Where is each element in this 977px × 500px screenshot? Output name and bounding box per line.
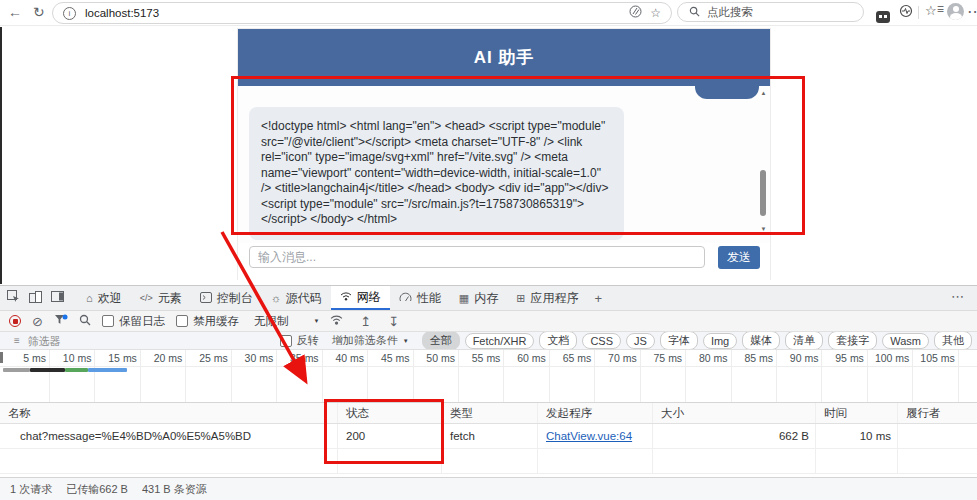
tab-performance[interactable]: 性能	[390, 286, 450, 310]
export-har-icon[interactable]: ↧	[388, 315, 399, 328]
dock-side-icon[interactable]	[51, 291, 64, 305]
message-input[interactable]	[249, 246, 705, 268]
wifi-icon	[340, 291, 352, 303]
request-time: 10 ms	[816, 424, 898, 448]
search-network-icon[interactable]	[79, 314, 91, 329]
clear-icon[interactable]: ⊘	[32, 315, 43, 328]
browser-essentials-icon[interactable]	[899, 4, 913, 22]
tab-welcome[interactable]: ⌂欢迎	[77, 286, 131, 310]
tab-console[interactable]: 控制台	[191, 286, 262, 310]
collections-icon[interactable]	[876, 4, 890, 23]
reload-icon[interactable]: ↻	[33, 2, 45, 22]
code-brackets-icon: </>	[140, 293, 153, 303]
initiator-link[interactable]: ChatView.vue:64	[546, 430, 632, 442]
column-header-type[interactable]: 类型	[442, 403, 538, 423]
scroll-up-icon[interactable]: ▲	[759, 88, 768, 98]
filter-pill-manifest[interactable]: 清单	[785, 332, 823, 350]
chat-input-row: 发送	[238, 243, 770, 281]
browser-menu-icon[interactable]: ⋯	[967, 2, 977, 21]
chat-scrollbar[interactable]: ▲ ▼	[759, 88, 768, 234]
favorites-hub-icon[interactable]: ☆☰	[925, 3, 944, 18]
profile-avatar[interactable]	[947, 3, 964, 20]
tab-memory[interactable]: ▦内存	[450, 286, 507, 310]
network-request-row[interactable]: chat?message=%E4%BD%A0%E5%A5%BD 200 fetc…	[0, 424, 977, 449]
filter-pill-media[interactable]: 媒体	[742, 332, 780, 350]
filter-pill-img[interactable]: Img	[703, 333, 737, 349]
request-fulfilled-by	[898, 424, 977, 448]
column-header-size[interactable]: 大小	[653, 403, 816, 423]
timeline-handle[interactable]	[0, 352, 3, 363]
filter-pill-other[interactable]: 其他	[934, 332, 972, 350]
favorite-star-icon[interactable]: ☆	[650, 6, 661, 20]
tab-application[interactable]: ⊞应用程序	[507, 286, 587, 310]
network-conditions-icon[interactable]	[330, 314, 343, 328]
request-name[interactable]: chat?message=%E4%BD%A0%E5%A5%BD	[0, 424, 338, 448]
import-har-icon[interactable]: ↥	[360, 315, 371, 328]
filter-pill-fetch-xhr[interactable]: Fetch/XHR	[465, 333, 535, 349]
inspect-element-icon[interactable]	[7, 290, 20, 306]
tick-label: 65 ms	[563, 352, 592, 364]
back-icon[interactable]: ←	[8, 2, 22, 22]
disable-cache-checkbox[interactable]	[176, 315, 188, 327]
filter-pill-js[interactable]: JS	[626, 333, 655, 349]
filter-pill-doc[interactable]: 文档	[539, 332, 577, 350]
address-bar[interactable]: i ☆	[52, 2, 672, 24]
preserve-log-checkbox[interactable]	[102, 315, 114, 327]
reading-mode-icon[interactable]	[629, 4, 642, 22]
url-input[interactable]	[83, 6, 629, 20]
page-title: AI 助手	[474, 46, 535, 69]
filter-funnel-icon[interactable]	[54, 314, 68, 329]
column-header-time[interactable]: 时间	[816, 403, 898, 423]
filter-pill-css[interactable]: CSS	[582, 333, 621, 349]
tick-label: 10 ms	[63, 352, 92, 364]
tick-label: 105 ms	[920, 352, 954, 364]
tab-elements[interactable]: </>元素	[131, 286, 191, 310]
filter-pill-socket[interactable]: 套接字	[828, 332, 877, 350]
transferred-size: 已传输662 B	[66, 482, 128, 497]
network-table-header: 名称 状态 类型 发起程序 大小 时间 履行者	[0, 403, 977, 424]
filter-input[interactable]	[26, 334, 280, 348]
request-size: 662 B	[653, 424, 816, 448]
assistant-message-bubble: <!doctype html> <html lang="en"> <head> …	[249, 107, 624, 240]
throttling-select[interactable]: 无限制	[254, 314, 289, 329]
scrollbar-thumb[interactable]	[760, 170, 766, 216]
site-info-icon[interactable]: i	[63, 7, 76, 20]
tick-label: 85 ms	[744, 352, 773, 364]
preserve-log-label: 保留日志	[119, 314, 165, 329]
devtools-menu-icon[interactable]: ⋯	[951, 289, 965, 304]
record-network-icon[interactable]	[9, 315, 21, 327]
column-header-fulfilled-by[interactable]: 履行者	[898, 403, 977, 423]
filter-pill-all[interactable]: 全部	[422, 332, 460, 350]
tick-label: 20 ms	[154, 352, 183, 364]
tick-label: 50 ms	[426, 352, 455, 364]
tick-label: 70 ms	[608, 352, 637, 364]
more-filters-dropdown[interactable]: 增加筛选条件▼	[332, 333, 409, 348]
device-emulation-icon[interactable]	[29, 291, 42, 306]
toolbar-divider	[918, 6, 919, 19]
network-overview-timeline[interactable]: 5 ms 10 ms 15 ms 20 ms 25 ms 30 ms 35 ms…	[0, 350, 977, 403]
devtools-panel: ⌂欢迎 </>元素 控制台 ☼源代码 网络 性能 ▦内存 ⊞应用程序 + ⋯ ⊘…	[0, 285, 977, 500]
column-header-status[interactable]: 状态	[338, 403, 442, 423]
filter-pill-wasm[interactable]: Wasm	[882, 333, 929, 349]
screen: ← ↻ i ☆ 点此搜索 ☆☰ ⋯ AI 助手	[0, 0, 977, 500]
disable-cache-label: 禁用缓存	[193, 314, 239, 329]
search-box[interactable]: 点此搜索	[677, 2, 864, 22]
request-type: fetch	[442, 424, 538, 448]
search-placeholder: 点此搜索	[707, 5, 753, 20]
tick-label: 45 ms	[381, 352, 410, 364]
send-button[interactable]: 发送	[718, 246, 760, 269]
throttling-caret-icon[interactable]: ▼	[313, 318, 319, 324]
column-header-name[interactable]: 名称	[0, 403, 338, 423]
tick-label: 80 ms	[699, 352, 728, 364]
scroll-down-icon[interactable]: ▼	[759, 224, 768, 234]
filter-pill-font[interactable]: 字体	[660, 332, 698, 350]
memory-icon: ▦	[459, 292, 469, 305]
chat-message-area: <!doctype html> <html lang="en"> <head> …	[238, 86, 770, 243]
tab-network[interactable]: 网络	[331, 286, 390, 310]
invert-checkbox[interactable]	[280, 335, 292, 347]
tab-sources[interactable]: ☼源代码	[262, 286, 331, 310]
more-tabs-button[interactable]: +	[587, 286, 609, 310]
resources-size: 431 B 条资源	[142, 482, 207, 497]
network-filter-bar: ≡ 反转 增加筛选条件▼ 全部 Fetch/XHR 文档 CSS JS 字体 I…	[0, 332, 977, 350]
column-header-initiator[interactable]: 发起程序	[538, 403, 653, 423]
